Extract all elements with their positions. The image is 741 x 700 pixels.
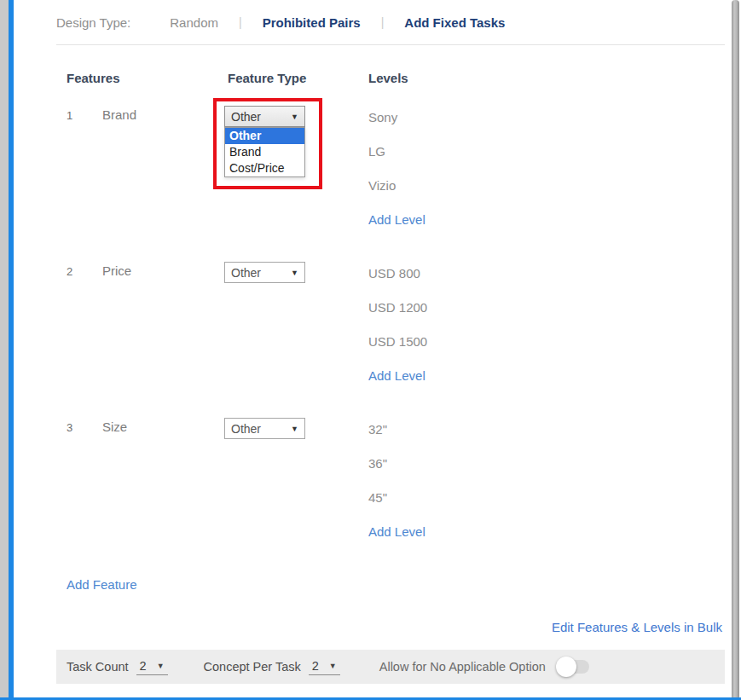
dropdown-caret-icon: ▼ bbox=[291, 113, 298, 121]
concept-per-task-label: Concept Per Task bbox=[204, 660, 301, 674]
feature-number: 2 bbox=[67, 262, 102, 398]
concept-per-task-dropdown[interactable]: 2 ▼ bbox=[309, 658, 340, 675]
levels-column-header: Levels bbox=[368, 71, 725, 85]
conjoint-design-panel: Design Type: Random | Prohibited Pairs |… bbox=[14, 0, 731, 700]
add-fixed-tasks-link[interactable]: Add Fixed Tasks bbox=[404, 15, 505, 30]
level-item[interactable]: 32" bbox=[368, 418, 725, 452]
dropdown-caret-icon: ▼ bbox=[329, 662, 337, 670]
task-count-dropdown[interactable]: 2 ▼ bbox=[136, 658, 168, 675]
levels-cell: USD 800 USD 1200 USD 1500 Add Level bbox=[368, 262, 725, 398]
left-accent-bar bbox=[9, 0, 14, 700]
window-edge-strip bbox=[0, 0, 9, 700]
feature-row-size: 3 Size Other ▼ 32" 36" 45" Add Level bbox=[56, 409, 725, 554]
features-column-header: Features bbox=[67, 71, 228, 85]
level-item[interactable]: USD 800 bbox=[368, 262, 725, 296]
add-feature-link[interactable]: Add Feature bbox=[67, 577, 137, 592]
levels-cell: Sony LG Vizio Add Level bbox=[368, 106, 725, 242]
feature-number: 1 bbox=[67, 106, 102, 242]
prohibited-pairs-link[interactable]: Prohibited Pairs bbox=[263, 15, 361, 30]
toggle-knob bbox=[556, 657, 576, 677]
task-count-value: 2 bbox=[140, 659, 147, 673]
feature-type-cell: Other ▼ bbox=[224, 262, 368, 398]
separator: | bbox=[381, 15, 385, 29]
edit-features-levels-bulk-link[interactable]: Edit Features & Levels in Bulk bbox=[552, 620, 722, 634]
add-level-link[interactable]: Add Level bbox=[368, 364, 725, 398]
table-column-headers: Features Feature Type Levels bbox=[56, 45, 725, 97]
feature-type-select[interactable]: Other ▼ bbox=[224, 262, 305, 283]
selected-feature-type: Other bbox=[231, 110, 261, 124]
design-type-row: Design Type: Random | Prohibited Pairs |… bbox=[56, 0, 725, 44]
design-type-label: Design Type: bbox=[56, 15, 130, 30]
level-item[interactable]: Vizio bbox=[368, 174, 725, 208]
dropdown-option-brand[interactable]: Brand bbox=[225, 144, 304, 160]
dropdown-caret-icon: ▼ bbox=[157, 662, 165, 670]
feature-row-price: 2 Price Other ▼ USD 800 USD 1200 USD 150… bbox=[56, 253, 725, 398]
level-item[interactable]: USD 1500 bbox=[368, 330, 725, 364]
concept-per-task-value: 2 bbox=[312, 659, 319, 673]
level-item[interactable]: 36" bbox=[368, 452, 725, 486]
feature-row-brand: 1 Brand Other ▼ Other Brand Cost/Price S… bbox=[56, 97, 725, 242]
feature-type-select[interactable]: Other ▼ bbox=[224, 106, 305, 127]
levels-cell: 32" 36" 45" Add Level bbox=[368, 418, 725, 554]
feature-type-cell: Other ▼ bbox=[224, 418, 368, 554]
edit-bulk-row: Edit Features & Levels in Bulk bbox=[56, 620, 725, 635]
separator: | bbox=[239, 15, 242, 29]
feature-name-field[interactable]: Brand bbox=[102, 106, 224, 242]
level-item[interactable]: USD 1200 bbox=[368, 296, 725, 330]
level-item[interactable]: LG bbox=[368, 140, 725, 174]
feature-number: 3 bbox=[67, 418, 102, 554]
feature-type-cell: Other ▼ Other Brand Cost/Price bbox=[224, 106, 368, 242]
design-type-value[interactable]: Random bbox=[170, 15, 218, 30]
dropdown-caret-icon: ▼ bbox=[291, 269, 298, 277]
feature-type-column-header: Feature Type bbox=[228, 71, 368, 85]
feature-name-field[interactable]: Price bbox=[102, 262, 224, 398]
vertical-scrollbar[interactable] bbox=[732, 0, 739, 700]
dropdown-option-cost-price[interactable]: Cost/Price bbox=[225, 160, 304, 176]
task-controls-bar: Task Count 2 ▼ Concept Per Task 2 ▼ Allo… bbox=[56, 650, 725, 684]
level-item[interactable]: 45" bbox=[368, 486, 725, 520]
feature-type-dropdown-list: Other Brand Cost/Price bbox=[224, 127, 305, 177]
level-item[interactable]: Sony bbox=[368, 106, 725, 140]
feature-type-select[interactable]: Other ▼ bbox=[224, 418, 305, 439]
add-level-link[interactable]: Add Level bbox=[368, 520, 725, 554]
task-count-label: Task Count bbox=[67, 660, 129, 674]
dropdown-option-other[interactable]: Other bbox=[225, 128, 304, 144]
selected-feature-type: Other bbox=[231, 266, 261, 280]
dropdown-caret-icon: ▼ bbox=[291, 425, 298, 433]
add-level-link[interactable]: Add Level bbox=[368, 208, 725, 242]
no-applicable-option-label: Allow for No Applicable Option bbox=[379, 660, 546, 674]
feature-name-field[interactable]: Size bbox=[102, 418, 224, 554]
no-applicable-option-toggle[interactable] bbox=[558, 660, 589, 674]
selected-feature-type: Other bbox=[231, 422, 261, 436]
